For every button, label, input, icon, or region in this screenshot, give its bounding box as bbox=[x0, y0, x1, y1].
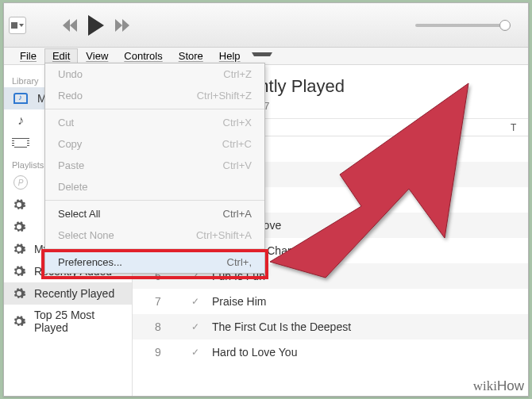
menu-item-redo: RedoCtrl+Shift+Z bbox=[45, 85, 264, 106]
menu-separator bbox=[45, 248, 264, 249]
gear-icon bbox=[12, 314, 26, 328]
music-icon bbox=[12, 91, 29, 106]
playback-controls bbox=[63, 15, 129, 36]
previous-button[interactable] bbox=[63, 19, 77, 32]
menu-help[interactable]: Help bbox=[211, 48, 249, 63]
edit-menu-dropdown: UndoCtrl+ZRedoCtrl+Shift+ZCutCtrl+XCopyC… bbox=[44, 63, 265, 274]
menu-item-copy: CopyCtrl+C bbox=[45, 133, 264, 155]
sidebar-item-label: Top 25 Most Played bbox=[34, 309, 124, 334]
video-icon bbox=[12, 136, 29, 150]
track-name: The First Cut Is the Deepest bbox=[207, 320, 528, 333]
track-name: Hard to Love You bbox=[207, 346, 528, 359]
track-number: 7 bbox=[133, 295, 183, 308]
menu-item-select-none: Select NoneCtrl+Shift+A bbox=[45, 224, 264, 246]
gear-icon bbox=[12, 242, 26, 256]
view-mode-button[interactable] bbox=[9, 17, 26, 34]
col-last[interactable]: T bbox=[511, 122, 528, 133]
next-button[interactable] bbox=[115, 19, 129, 32]
menu-item-label: Paste bbox=[58, 159, 223, 171]
menu-item-paste: PasteCtrl+V bbox=[45, 155, 264, 176]
menu-separator bbox=[45, 200, 264, 201]
menu-item-shortcut: Ctrl+X bbox=[223, 117, 252, 129]
menu-item-shortcut: Ctrl+Shift+Z bbox=[197, 90, 252, 102]
menu-item-label: Delete bbox=[58, 181, 252, 193]
menu-item-label: Copy bbox=[58, 138, 222, 150]
menu-separator bbox=[45, 109, 264, 109]
menu-item-label: Cut bbox=[58, 117, 223, 129]
table-row[interactable]: 9✓Hard to Love You bbox=[133, 340, 528, 365]
toolbar bbox=[4, 3, 528, 48]
playlist-icon: P bbox=[12, 175, 29, 190]
gear-icon bbox=[12, 220, 26, 234]
checkmark-icon[interactable]: ✓ bbox=[183, 296, 207, 307]
menu-item-shortcut: Ctrl+Z bbox=[223, 68, 252, 80]
gear-icon bbox=[12, 286, 26, 301]
menu-item-cut: CutCtrl+X bbox=[45, 112, 264, 133]
track-name: Praise Him bbox=[207, 295, 528, 308]
checkmark-icon[interactable]: ✓ bbox=[183, 321, 207, 332]
menu-item-label: Select None bbox=[58, 229, 196, 241]
menu-item-label: Redo bbox=[58, 90, 197, 102]
menubar-overflow-icon[interactable] bbox=[252, 52, 272, 59]
menu-item-select-all[interactable]: Select AllCtrl+A bbox=[45, 203, 264, 224]
track-number: 8 bbox=[133, 320, 183, 333]
sidebar-item-recently-played[interactable]: Recently Played bbox=[4, 282, 132, 305]
sidebar-item-top-25-most-played[interactable]: Top 25 Most Played bbox=[4, 305, 132, 338]
watermark: wikiHow bbox=[473, 378, 524, 394]
menu-item-label: Select All bbox=[58, 208, 223, 220]
menu-item-undo: UndoCtrl+Z bbox=[45, 63, 264, 85]
menu-item-shortcut: Ctrl+V bbox=[223, 159, 252, 171]
menu-view[interactable]: View bbox=[78, 48, 116, 63]
track-number: 9 bbox=[133, 346, 183, 359]
table-row[interactable]: 8✓The First Cut Is the Deepest bbox=[133, 314, 528, 340]
menu-item-shortcut: Ctrl+Shift+A bbox=[196, 229, 252, 241]
menu-file[interactable]: File bbox=[12, 48, 44, 63]
menu-item-label: Undo bbox=[58, 68, 223, 80]
menu-item-preferences[interactable]: Preferences...Ctrl+, bbox=[45, 251, 264, 273]
play-button[interactable] bbox=[88, 15, 104, 36]
menu-edit[interactable]: Edit bbox=[44, 48, 78, 63]
checkmark-icon[interactable]: ✓ bbox=[183, 347, 207, 358]
gear-icon bbox=[12, 264, 26, 278]
menu-item-shortcut: Ctrl+A bbox=[223, 208, 252, 220]
sidebar-item-label: Recently Played bbox=[34, 287, 114, 300]
note-icon: ♪ bbox=[12, 113, 29, 128]
menu-item-delete: Delete bbox=[45, 176, 264, 198]
volume-slider[interactable] bbox=[415, 24, 507, 27]
menu-item-shortcut: Ctrl+, bbox=[227, 256, 252, 268]
menu-store[interactable]: Store bbox=[171, 48, 211, 63]
menu-item-shortcut: Ctrl+C bbox=[222, 138, 252, 150]
gear-icon bbox=[12, 198, 26, 212]
menu-controls[interactable]: Controls bbox=[116, 48, 170, 63]
table-row[interactable]: 7✓Praise Him bbox=[133, 289, 528, 314]
menu-item-label: Preferences... bbox=[58, 256, 227, 268]
